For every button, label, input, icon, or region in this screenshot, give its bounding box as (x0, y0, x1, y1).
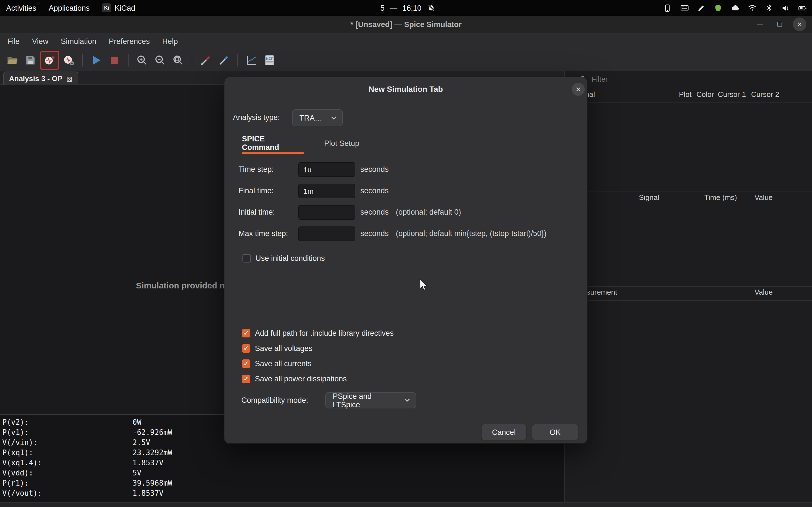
signals-col-cursor2: Cursor 2 (751, 90, 779, 99)
analysis-type-label: Analysis type: (233, 113, 280, 122)
phone-indicator-icon[interactable] (663, 3, 672, 13)
keyboard-indicator-icon[interactable] (679, 3, 689, 13)
window-title: * [Unsaved] — Spice Simulator (350, 20, 462, 29)
applications-menu[interactable]: Applications (43, 0, 96, 16)
chevron-down-icon (331, 116, 337, 120)
checkbox-checked-icon[interactable] (242, 329, 250, 337)
signals-col-color: Color (696, 90, 714, 99)
new-analysis-tab-button[interactable] (40, 51, 59, 70)
volume-icon[interactable] (781, 3, 791, 13)
console-line: P(r1):39.5968mW (0, 478, 564, 489)
analysis-type-dropdown[interactable]: TRA… (292, 109, 343, 126)
cursors-col-value: Value (755, 193, 773, 202)
signals-col-cursor1: Cursor 1 (718, 90, 746, 99)
ok-button[interactable]: OK (532, 424, 578, 441)
save-all-voltages-checkbox[interactable]: Save all voltages (242, 344, 312, 353)
stop-simulation-button[interactable] (106, 52, 123, 69)
wifi-icon[interactable] (747, 3, 757, 13)
window-title-bar: * [Unsaved] — Spice Simulator (0, 16, 812, 33)
probe-signal-button[interactable] (197, 52, 214, 69)
checkbox-checked-icon[interactable] (242, 359, 250, 368)
signals-side-panel: Signal Plot Color Cursor 1 Cursor 2 Sign… (564, 71, 812, 502)
menu-bar: File View Simulation Preferences Help (0, 33, 812, 50)
indicator-separator: — (390, 4, 397, 12)
initial-time-units: seconds (360, 205, 389, 220)
show-netlist-button[interactable]: NET (261, 52, 278, 69)
battery-icon[interactable] (798, 3, 808, 13)
initial-time-input[interactable] (298, 205, 355, 220)
maximize-button[interactable] (773, 17, 786, 31)
kicad-app-icon: Ki (102, 3, 111, 12)
max-time-step-label: Max time step: (239, 226, 288, 242)
max-time-step-note: (optional; default min{tstep, (tstop-tst… (396, 226, 546, 242)
tune-component-button[interactable] (215, 52, 232, 69)
save-all-power-dissipations-checkbox[interactable]: Save all power dissipations (242, 375, 347, 383)
add-full-path-checkbox[interactable]: Add full path for .include library direc… (242, 329, 394, 337)
clock-indicator[interactable]: 5 — 16:10 (380, 0, 436, 16)
max-time-step-input[interactable] (298, 226, 355, 241)
zoom-out-button[interactable] (152, 52, 168, 69)
open-workbook-button[interactable] (4, 52, 21, 69)
tab-spice-command[interactable]: SPICE Command (242, 135, 304, 152)
signal-filter[interactable] (580, 74, 672, 84)
chevron-down-icon (404, 398, 410, 402)
toolbar: NET (0, 50, 812, 71)
final-time-label: Final time: (239, 183, 274, 199)
use-initial-conditions-checkbox[interactable]: Use initial conditions (243, 254, 325, 263)
notifications-muted-bell-icon (426, 3, 436, 13)
tab-analysis-3-op[interactable]: Analysis 3 - OP (3, 71, 78, 85)
dialog-title: New Simulation Tab (224, 84, 587, 94)
save-all-currents-checkbox[interactable]: Save all currents (242, 359, 312, 368)
input-pen-indicator-icon[interactable] (696, 3, 706, 13)
toolbar-separator (192, 54, 192, 66)
max-time-step-units: seconds (360, 226, 389, 242)
final-time-input[interactable] (298, 184, 355, 198)
measurements-col-value: Value (755, 288, 773, 296)
console-line: V(/vout):1.8537V (0, 489, 564, 499)
save-workbook-button[interactable] (22, 52, 39, 69)
zoom-in-button[interactable] (134, 52, 151, 69)
checkbox-icon[interactable] (243, 254, 251, 263)
signals-col-plot: Plot (679, 90, 692, 99)
spice-simulator-screen: Activities Applications Ki KiCad 5 — 16:… (0, 0, 812, 507)
tab-plot-setup[interactable]: Plot Setup (322, 135, 361, 152)
toolbar-separator (128, 54, 129, 66)
cloud-indicator-icon[interactable] (730, 3, 740, 13)
window-close-button[interactable] (793, 17, 806, 31)
zoom-fit-button[interactable] (170, 52, 187, 69)
status-bar (0, 503, 812, 507)
tab-close-icon[interactable] (66, 73, 72, 83)
compatibility-mode-label: Compatibility mode: (241, 396, 308, 404)
checkbox-checked-icon[interactable] (242, 344, 250, 353)
time-step-input[interactable] (298, 162, 355, 177)
mouse-cursor (419, 279, 428, 292)
menu-view[interactable]: View (26, 33, 55, 50)
time-step-row: Time step: seconds (224, 162, 588, 177)
run-simulation-button[interactable] (88, 52, 105, 69)
final-time-units: seconds (360, 183, 389, 199)
menu-simulation[interactable]: Simulation (55, 33, 103, 50)
add-plot-button[interactable] (243, 52, 260, 69)
console-line: V(xq1.4):1.8537V (0, 458, 564, 468)
filter-input[interactable] (591, 74, 672, 84)
initial-time-row: Initial time: seconds (optional; default… (224, 205, 588, 220)
time-step-units: seconds (360, 162, 389, 177)
toolbar-separator (238, 54, 238, 66)
menu-help[interactable]: Help (156, 33, 184, 50)
security-shield-icon[interactable] (713, 3, 723, 13)
menu-file[interactable]: File (1, 33, 26, 50)
console-line: P(xq1):23.3292mW (0, 448, 564, 458)
cancel-button[interactable]: Cancel (481, 424, 527, 441)
bluetooth-icon[interactable] (764, 3, 774, 13)
system-tray (663, 0, 808, 16)
menu-preferences[interactable]: Preferences (103, 33, 156, 50)
tabs-divider (233, 154, 580, 154)
compatibility-mode-dropdown[interactable]: PSpice and LTSpice (325, 392, 416, 408)
minimize-button[interactable] (753, 17, 767, 31)
dialog-close-button[interactable] (572, 83, 585, 96)
activities-button[interactable]: Activities (0, 0, 43, 16)
edit-analysis-tab-button[interactable] (60, 52, 77, 69)
final-time-row: Final time: seconds (224, 183, 588, 199)
checkbox-checked-icon[interactable] (242, 375, 250, 383)
current-app-menu[interactable]: Ki KiCad (96, 0, 142, 16)
